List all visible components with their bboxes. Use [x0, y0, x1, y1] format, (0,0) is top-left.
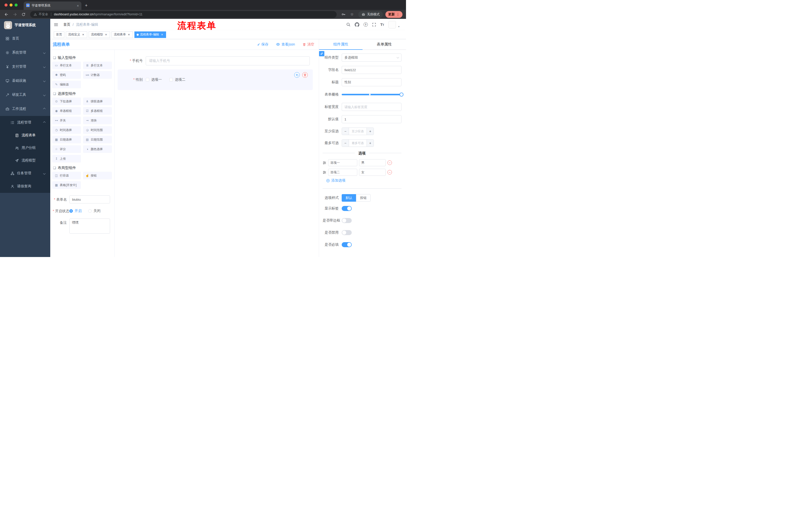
checkbox-option[interactable]: 选项二	[169, 77, 185, 82]
sidebar-item-payment-mgmt[interactable]: 支付管理	[0, 60, 50, 74]
password-key-icon[interactable]	[340, 11, 347, 18]
palette-item-button[interactable]: ☝按钮	[83, 172, 112, 179]
palette-item-time-range[interactable]: ◶时间范围	[83, 126, 112, 134]
tag-close-icon[interactable]: ×	[81, 33, 85, 36]
option-name-input[interactable]	[328, 159, 357, 166]
palette-item-counter[interactable]: 123计数器	[83, 71, 112, 79]
palette-item-cascader[interactable]: ⋔级联选择	[83, 98, 112, 105]
palette-item-time-picker[interactable]: ◷时间选择	[52, 126, 81, 134]
style-button-button[interactable]: 按钮	[356, 194, 371, 202]
style-default-button[interactable]: 默认	[342, 194, 356, 202]
palette-item-textarea[interactable]: ≣多行文本	[83, 62, 112, 69]
sidebar-item-system-mgmt[interactable]: 系统管理	[0, 46, 50, 60]
reload-icon[interactable]	[20, 11, 27, 18]
tab-close-icon[interactable]: ×	[77, 4, 79, 8]
update-button[interactable]: 更新 ⋮	[385, 11, 403, 18]
new-tab-button[interactable]: +	[81, 3, 91, 10]
field-input[interactable]: 请输入手机号	[146, 56, 310, 65]
increase-button[interactable]: +	[367, 128, 374, 135]
palette-item-date-range[interactable]: ▤日期范围	[83, 136, 112, 143]
delete-component-button[interactable]	[302, 72, 308, 78]
form-grid-slider[interactable]	[342, 90, 402, 99]
tag-home[interactable]: 首页	[54, 31, 64, 38]
decrease-button[interactable]: −	[342, 140, 349, 146]
palette-item-slider[interactable]: ⊸滑块	[83, 117, 112, 124]
label-width-input[interactable]	[342, 103, 402, 111]
palette-item-editor[interactable]: ✎编辑器	[52, 81, 81, 88]
drag-handle-icon[interactable]	[323, 161, 326, 165]
font-size-icon[interactable]: TT	[380, 22, 384, 27]
stepper-value[interactable]: 至少应选	[349, 128, 367, 135]
required-switch[interactable]	[342, 242, 352, 247]
sidebar-item-process-model[interactable]: 流程模型	[0, 154, 50, 167]
option-value-input[interactable]	[359, 159, 386, 166]
github-icon[interactable]	[355, 22, 359, 27]
search-icon[interactable]	[346, 22, 350, 27]
palette-item-date-picker[interactable]: ▦日期选择	[52, 136, 81, 143]
bookmark-star-icon[interactable]: ☆	[348, 11, 356, 18]
address-bar[interactable]: 不安全 dashboard.yudao.iocoder.cn/bpm/manag…	[30, 11, 337, 18]
default-value-input[interactable]	[342, 115, 402, 123]
component-type-select[interactable]: 多选框组	[342, 54, 402, 62]
tag-close-icon[interactable]: ×	[104, 33, 108, 36]
tab-component-props[interactable]: 组件属性	[319, 39, 362, 50]
with-border-switch[interactable]	[342, 218, 352, 223]
remove-option-button[interactable]: −	[387, 170, 392, 174]
clear-button[interactable]: 清空	[302, 42, 314, 47]
minimize-window-button[interactable]	[9, 3, 12, 6]
option-value-input[interactable]	[359, 169, 386, 176]
tag-process-definition[interactable]: 流程定义×	[66, 31, 87, 38]
palette-item-checkbox-group[interactable]: ☑多选框组	[83, 107, 112, 115]
maximize-window-button[interactable]	[14, 3, 18, 6]
canvas-field-phone[interactable]: 手机号请输入手机号	[118, 54, 313, 68]
tag-process-form-edit[interactable]: 流程表单-编辑×	[135, 31, 166, 38]
stepper-value[interactable]: 最多可选	[349, 140, 367, 146]
sidebar-logo[interactable]: 芋道管理系统	[0, 19, 50, 31]
form-name-input[interactable]	[69, 195, 110, 204]
fullscreen-icon[interactable]	[372, 23, 376, 27]
palette-item-switch[interactable]: ⊶开关	[52, 117, 81, 124]
browser-tab[interactable]: 芋道管理系统 ×	[24, 1, 81, 10]
title-input[interactable]	[342, 78, 402, 86]
add-option-button[interactable]: 添加选项	[326, 178, 402, 183]
form-remark-input[interactable]: 嘿嘿	[69, 218, 110, 234]
breadcrumb-home[interactable]: 首页	[63, 22, 70, 27]
palette-item-table[interactable]: ▦表格[开发中]	[52, 181, 81, 189]
forward-icon[interactable]	[11, 11, 19, 18]
option-name-input[interactable]	[328, 169, 357, 176]
min-select-stepper[interactable]: −至少应选+	[342, 128, 374, 135]
hamburger-icon[interactable]	[54, 22, 59, 27]
sidebar-item-infrastructure[interactable]: 基础设施	[0, 74, 50, 88]
increase-button[interactable]: +	[367, 140, 374, 146]
avatar[interactable]	[388, 21, 396, 28]
canvas-field-gender[interactable]: 性别选项一选项二	[118, 70, 313, 90]
save-button[interactable]: ✓保存	[257, 42, 268, 47]
sidebar-item-process-form[interactable]: 流程表单	[0, 129, 50, 141]
field-name-input[interactable]	[342, 66, 402, 74]
help-icon[interactable]: ?	[364, 22, 368, 27]
decrease-button[interactable]: −	[342, 128, 349, 135]
tag-close-icon[interactable]: ×	[127, 33, 130, 36]
palette-item-radio-group[interactable]: ◉单选框组	[52, 107, 81, 115]
copy-component-button[interactable]	[294, 72, 300, 78]
palette-item-select[interactable]: ⊙下拉选择	[52, 98, 81, 105]
link-icon[interactable]	[319, 51, 324, 56]
tag-process-model[interactable]: 流程模型×	[89, 31, 110, 38]
view-json-button[interactable]: 查看json	[276, 42, 295, 47]
drag-handle-icon[interactable]	[323, 170, 326, 174]
browser-menu-icon[interactable]: ⋮	[396, 12, 400, 16]
max-select-stepper[interactable]: −最多可选+	[342, 139, 374, 147]
sidebar-item-devtools[interactable]: 研发工具	[0, 88, 50, 102]
remove-option-button[interactable]: −	[387, 160, 392, 165]
disabled-switch[interactable]	[342, 230, 352, 235]
sidebar-item-task-mgmt[interactable]: 任务管理	[0, 167, 50, 180]
sidebar-item-user-group[interactable]: 用户分组	[0, 141, 50, 154]
palette-item-password[interactable]: ✱密码	[52, 71, 81, 79]
slider-handle[interactable]	[400, 92, 404, 97]
tag-close-icon[interactable]: ×	[160, 33, 164, 36]
checkbox-option[interactable]: 选项一	[146, 77, 162, 82]
back-icon[interactable]	[2, 11, 10, 18]
show-label-switch[interactable]	[342, 206, 352, 211]
palette-item-row-container[interactable]: ◫行容器	[52, 172, 81, 179]
form-canvas[interactable]: 手机号请输入手机号性别选项一选项二	[115, 50, 319, 257]
